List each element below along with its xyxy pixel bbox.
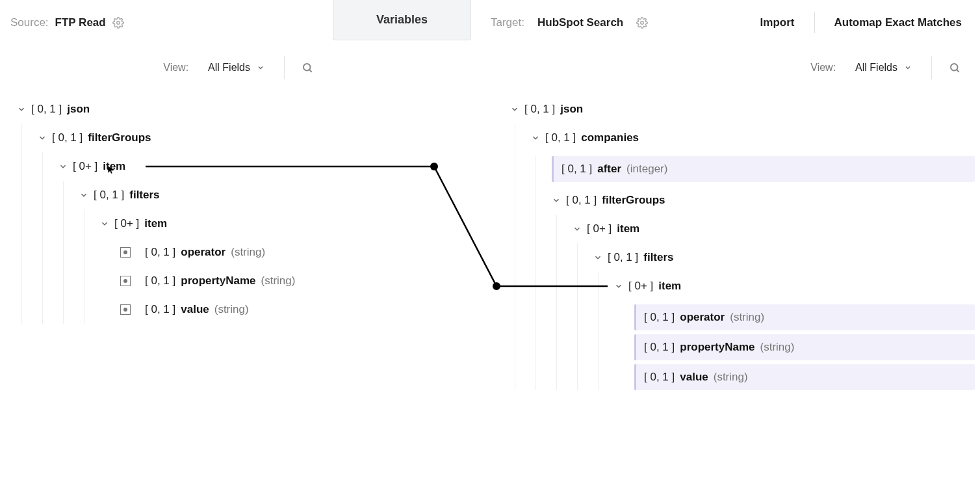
svg-point-0 <box>116 21 120 25</box>
search-icon[interactable] <box>302 62 313 73</box>
target-header: Target: HubSpot Search Import Automap Ex… <box>471 5 980 40</box>
source-pane: Source: FTP Read View: All Fields [ 0, 1… <box>0 0 333 493</box>
target-pane: Target: HubSpot Search Import Automap Ex… <box>471 0 980 493</box>
node-item[interactable]: [ 0+ ] item <box>614 272 975 300</box>
view-value: All Fields <box>208 62 250 73</box>
node-propertyName[interactable]: [ 0, 1 ] propertyName (string) <box>634 334 975 360</box>
source-label: Source: <box>10 16 49 29</box>
chevron-down-icon <box>904 64 912 72</box>
svg-point-1 <box>303 64 311 71</box>
chevron-down-icon[interactable] <box>58 162 68 171</box>
chevron-down-icon <box>257 64 264 72</box>
chevron-down-icon[interactable] <box>531 133 540 142</box>
node-operator[interactable]: [ 0, 1 ] operator (string) <box>634 304 975 330</box>
separator <box>814 12 815 33</box>
field-icon <box>120 247 131 258</box>
target-name: HubSpot Search <box>537 16 623 29</box>
node-filters[interactable]: [ 0, 1 ] filters <box>593 243 975 272</box>
field-icon <box>120 304 131 315</box>
node-json[interactable]: [ 0, 1 ] json <box>17 95 328 124</box>
gear-icon[interactable] <box>636 17 648 29</box>
variables-tab[interactable]: Variables <box>333 0 471 40</box>
node-json[interactable]: [ 0, 1 ] json <box>510 95 975 124</box>
node-filterGroups[interactable]: [ 0, 1 ] filterGroups <box>552 186 975 215</box>
target-label: Target: <box>491 16 524 29</box>
chevron-down-icon[interactable] <box>79 191 88 200</box>
import-button[interactable]: Import <box>753 12 803 33</box>
svg-line-5 <box>957 70 959 72</box>
chevron-down-icon[interactable] <box>17 105 26 114</box>
view-dropdown[interactable]: All Fields <box>199 58 274 77</box>
node-filterGroups[interactable]: [ 0, 1 ] filterGroups <box>38 124 328 152</box>
view-label: View: <box>163 62 188 73</box>
chevron-down-icon[interactable] <box>573 224 582 233</box>
svg-point-4 <box>951 64 958 71</box>
node-item[interactable]: [ 0+ ] item <box>100 209 328 238</box>
separator <box>284 56 285 79</box>
gear-icon[interactable] <box>112 17 124 29</box>
chevron-down-icon[interactable] <box>614 282 623 291</box>
node-value[interactable]: [ 0, 1 ] value (string) <box>634 364 975 390</box>
automap-button[interactable]: Automap Exact Matches <box>827 12 970 33</box>
separator <box>931 56 932 79</box>
chevron-down-icon[interactable] <box>593 253 602 262</box>
node-operator[interactable]: [ 0, 1 ] operator (string) <box>120 238 328 267</box>
source-toolbar: View: All Fields <box>0 40 333 95</box>
svg-line-2 <box>309 70 311 72</box>
field-icon <box>120 276 131 286</box>
view-label: View: <box>810 62 836 73</box>
chevron-down-icon[interactable] <box>510 105 519 114</box>
center-pane: Variables <box>333 0 471 493</box>
node-after[interactable]: [ 0, 1 ] after (integer) <box>552 156 975 182</box>
source-header: Source: FTP Read <box>0 5 333 40</box>
node-propertyName[interactable]: [ 0, 1 ] propertyName (string) <box>120 267 328 295</box>
source-tree: [ 0, 1 ] json [ 0, 1 ] filterGroups [ 0+… <box>0 95 333 324</box>
node-value[interactable]: [ 0, 1 ] value (string) <box>120 295 328 324</box>
node-item[interactable]: [ 0+ ] item <box>58 152 328 181</box>
node-filters[interactable]: [ 0, 1 ] filters <box>79 181 328 209</box>
target-toolbar: View: All Fields <box>471 40 980 95</box>
view-value: All Fields <box>855 62 897 73</box>
chevron-down-icon[interactable] <box>38 133 47 142</box>
svg-point-3 <box>641 21 644 25</box>
node-companies[interactable]: [ 0, 1 ] companies <box>531 124 975 152</box>
target-tree: [ 0, 1 ] json [ 0, 1 ] companies [ 0, 1 … <box>471 95 980 390</box>
chevron-down-icon[interactable] <box>100 219 109 228</box>
view-dropdown[interactable]: All Fields <box>846 58 921 77</box>
source-name: FTP Read <box>55 16 106 29</box>
search-icon[interactable] <box>949 62 961 73</box>
chevron-down-icon[interactable] <box>552 196 561 205</box>
node-item[interactable]: [ 0+ ] item <box>573 215 975 243</box>
